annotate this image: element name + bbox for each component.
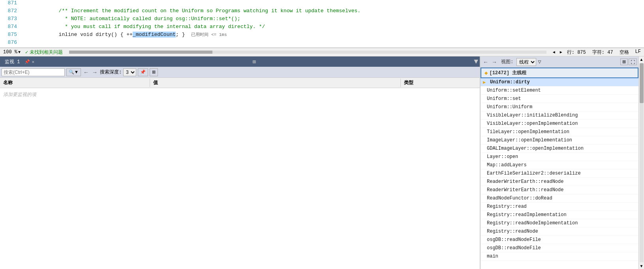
code-editor: 871 872 /** Increment the modified count… [0,0,644,48]
stack-item-label-11: EarthFileSerializer2::deserialize [487,171,581,176]
status-icon: ✓ [25,49,28,55]
zoom-control[interactable]: 100 % ▼ [3,49,21,55]
status-right: 行: 875 字符: 47 空格 LF [567,49,641,56]
scroll-up-btn[interactable]: ▲ [639,56,644,62]
zoom-value: 100 % [3,49,17,55]
scroll-left[interactable]: ◀ [553,50,555,55]
stack-item-13[interactable]: ReaderWriterEarth::readNode [481,186,638,194]
stack-item-3[interactable]: Uniform::Uniform [481,103,638,111]
stack-item-label-19: osgDB::readNodeFile [487,237,541,243]
status-ok: ✓ 未找到相关问题 [25,49,63,56]
stack-item-16[interactable]: Registry::readImplementation [481,211,638,219]
stack-item-11[interactable]: EarthFileSerializer2::deserialize [481,169,638,178]
watch-next-btn[interactable]: → [91,68,98,76]
watch-search-input[interactable] [4,70,51,75]
stack-item-label-20: osgDB::readNodeFile [487,245,541,251]
stack-item-label-21: main [487,254,498,259]
stack-item-10[interactable]: Map::addLayers [481,161,638,169]
code-line-873: 873 * NOTE: automatically called during … [0,16,644,24]
stack-item-5[interactable]: VisibleLayer::openImplementation [481,120,638,128]
watch-panel: 监视 1 📌 ✕ ⊞ ▼ 🔍▼ ← → 搜索深度: 3 1 2 4 [0,56,481,269]
zoom-dropdown-icon[interactable]: ▼ [18,50,21,55]
scroll-track[interactable] [640,63,644,262]
stack-item-label-7: ImageLayer::openImplementation [487,137,572,143]
thread-header: ◆ [12472] 主线程 [481,68,638,78]
view-label: 视图: [501,58,513,65]
stack-item-2[interactable]: Uniform::set [481,95,638,103]
stack-item-label-10: Map::addLayers [487,162,527,168]
stack-item-6[interactable]: TileLayer::openImplementation [481,128,638,136]
stack-item-label-5: VisibleLayer::openImplementation [487,121,578,126]
stack-item-19[interactable]: osgDB::readNodeFile [481,236,638,244]
col-type-header: 类型 [401,79,480,87]
stack-item-12[interactable]: ReaderWriterEarth::readNode [481,178,638,186]
stack-item-label-15: Registry::read [487,204,527,209]
space-label: 空格 [620,49,629,56]
editor-scrollbar[interactable] [69,51,546,54]
scroll-right[interactable]: ▶ [560,50,562,55]
watch-search-box[interactable] [2,68,65,76]
thread-label: [12472] 主线程 [489,70,526,76]
highlighted-word: _modifiedCount [133,32,176,38]
watch-tab-close[interactable]: ✕ [32,59,34,64]
stack-item-14[interactable]: ReadNodeFunctor::doRead [481,194,638,203]
watch-tab-1[interactable]: 监视 1 [2,58,23,66]
callstack-nav-prev[interactable]: ← [482,59,489,65]
watch-grid-btn[interactable]: ⊞ [150,68,158,76]
callstack-nav-next[interactable]: → [491,59,498,65]
current-arrow-icon: ▶ [483,79,486,85]
stack-item-label-0: Uniform::dirty [490,79,530,85]
callstack-toolbar-right: ⊞ ⛶ [620,58,637,65]
view-select[interactable]: 线程 模块 [516,58,536,66]
stack-item-17[interactable]: Registry::readNodeImplementation [481,219,638,228]
callstack-fullscreen-btn[interactable]: ⛶ [629,58,637,65]
watch-search-icon-btn[interactable]: 🔍▼ [66,68,81,76]
stack-item-label-13: ReaderWriterEarth::readNode [487,187,563,193]
col-name-header: 名称 [0,79,150,87]
callstack-panel: ← → 视图: 线程 模块 ▽ ⊞ ⛶ ◆ [12472] 主线程 [481,56,638,269]
stack-item-4[interactable]: VisibleLayer::initializeBlending [481,111,638,120]
status-text: 未找到相关问题 [30,49,63,56]
stack-item-8[interactable]: GDALImageLayer::openImplementation [481,145,638,153]
stack-item-label-3: Uniform::Uniform [487,104,532,110]
stack-item-0[interactable]: ▶ Uniform::dirty [481,78,638,87]
stack-item-21[interactable]: main [481,252,638,261]
watch-empty-hint: 添加要监视的项 [0,88,480,101]
stack-item-label-4: VisibleLayer::initializeBlending [487,113,578,118]
char-number: 字符: 47 [592,49,613,56]
stack-item-9[interactable]: Layer::open [481,153,638,161]
callstack-expand-btn[interactable]: ⊞ [620,58,628,65]
stack-item-7[interactable]: ImageLayer::openImplementation [481,136,638,145]
watch-tab-pin[interactable]: 📌 [24,59,30,64]
stack-item-20[interactable]: osgDB::readNodeFile [481,244,638,252]
stack-item-label-8: GDALImageLayer::openImplementation [487,146,584,151]
watch-toolbar: 🔍▼ ← → 搜索深度: 3 1 2 4 5 📌 ⊞ [0,67,480,78]
watch-prev-btn[interactable]: ← [83,68,90,76]
code-line-874: 874 * you must call if modifying the int… [0,24,644,32]
callstack-vertical-scrollbar[interactable]: ▲ ▼ [638,56,644,269]
filter-icon[interactable]: ▽ [538,58,541,65]
col-value-header: 值 [150,79,401,87]
stack-item-label-6: TileLayer::openImplementation [487,129,569,135]
timer-badge: 已用时间 <= 1ms [191,32,227,37]
stack-item-15[interactable]: Registry::read [481,203,638,211]
callstack-content[interactable]: ◆ [12472] 主线程 ▶ Uniform::dirty Uniform::… [481,68,638,269]
watch-pin-btn[interactable]: 📌 [138,68,148,76]
depth-label: 搜索深度: [100,69,122,75]
depth-select[interactable]: 3 1 2 4 5 [123,68,136,76]
encoding: LF [635,49,641,56]
stack-item-1[interactable]: Uniform::setElement [481,87,638,95]
status-bar: 100 % ▼ ✓ 未找到相关问题 ◀ ▶ 行: 875 字符: 47 空格 L… [0,48,644,56]
line-number: 行: 875 [567,49,586,56]
thread-icon: ◆ [484,70,488,76]
scroll-down-btn[interactable]: ▼ [639,263,644,269]
stack-item-label-12: ReaderWriterEarth::readNode [487,179,563,184]
watch-table-header: 名称 值 类型 [0,78,480,88]
watch-panel-drag[interactable]: ⊞ [252,58,255,65]
callstack-toolbar: ← → 视图: 线程 模块 ▽ ⊞ ⛶ [481,56,638,68]
stack-item-label-16: Registry::readImplementation [487,212,567,218]
stack-item-label-14: ReadNodeFunctor::doRead [487,196,552,201]
watch-panel-collapse[interactable]: ▼ [474,58,478,66]
scroll-thumb[interactable] [640,63,644,103]
stack-item-18[interactable]: Registry::readNode [481,228,638,236]
